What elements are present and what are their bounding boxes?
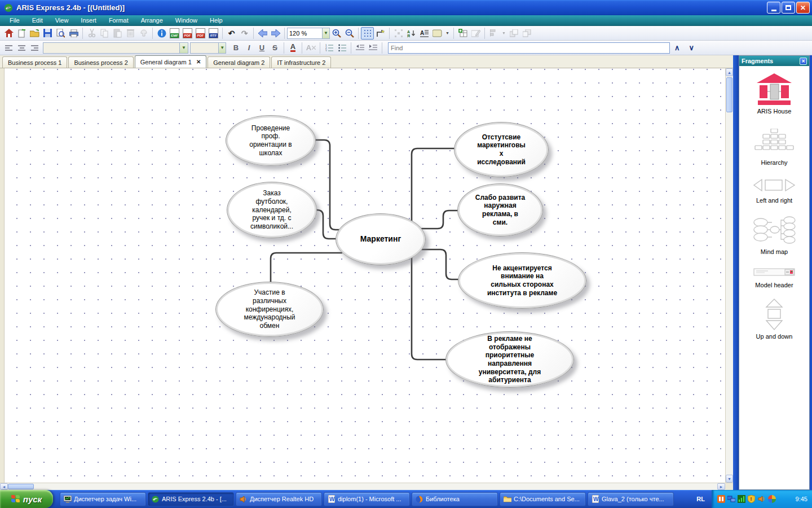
task-explorer-documents[interactable]: C:\Documents and Se... [500,492,586,506]
text-attributes-icon[interactable]: A [418,27,431,40]
save-icon[interactable] [41,27,54,40]
print-icon[interactable] [67,27,80,40]
zoom-dropdown-icon[interactable]: ▼ [322,28,329,38]
zoom-in-icon[interactable] [330,27,343,40]
forward-icon[interactable] [269,27,282,40]
zoom-out-icon[interactable] [343,27,356,40]
menu-format[interactable]: Format [103,15,135,26]
underline-button[interactable]: U [255,42,268,54]
print-pdf-icon[interactable]: PDF [194,27,207,40]
task-aris-express[interactable]: ARIS Express 2.4b - [... [148,492,234,506]
scroll-up-icon[interactable]: ▲ [726,68,733,76]
home-icon[interactable] [2,27,15,40]
decrease-indent-icon[interactable] [354,42,367,54]
scroll-right-icon[interactable]: ► [717,483,725,490]
align-center-icon[interactable] [15,42,28,54]
fragments-header[interactable]: Fragments ✕ [739,56,809,66]
numbered-list-icon[interactable]: 123 [323,42,336,54]
diagram-canvas[interactable]: Проведение проф. ориентации в школах Зак… [5,68,725,483]
find-previous-icon[interactable]: ∧ [670,43,685,52]
align-right-icon[interactable] [28,42,41,54]
scroll-left-icon[interactable]: ◄ [0,483,8,490]
task-word-glava2[interactable]: W Glava_2 (только чте... [588,492,674,506]
tab-business-process-2[interactable]: Business process 2 [68,56,133,68]
fragment-aris-house[interactable]: ARIS House [739,73,809,115]
new-document-icon[interactable] [15,27,28,40]
scroll-down-icon[interactable]: ▼ [726,475,733,483]
node-ads-missing-priorities[interactable]: В рекламе не отображены приоритетные нап… [445,331,574,388]
find-input[interactable] [388,42,670,54]
fragment-hierarchy[interactable]: Hierarchy [739,124,809,166]
export-emf-icon[interactable]: EMF [168,27,181,40]
vertical-scrollbar[interactable]: ▲ ▼ [725,68,733,483]
export-rtf-icon[interactable]: RTF [207,27,220,40]
increase-indent-icon[interactable] [367,42,379,54]
export-pdf-icon[interactable]: PDF [181,27,194,40]
tray-volume-mixer-icon[interactable] [738,495,745,503]
maximize-button[interactable] [782,2,795,14]
bold-button[interactable]: B [230,42,242,54]
tray-media-icon[interactable] [717,495,725,503]
menu-insert[interactable]: Insert [74,15,103,26]
panel-splitter[interactable] [733,55,739,490]
align-objects-icon[interactable] [487,27,500,40]
redo-icon[interactable]: ↷ [238,27,251,40]
tab-general-diagram-1[interactable]: General diagram 1✕ [135,55,207,68]
node-prof-orientation[interactable]: Проведение проф. ориентации в школах [226,115,316,166]
tray-speaker-icon[interactable] [758,495,766,503]
align-left-icon[interactable] [2,42,15,54]
print-preview-icon[interactable] [54,27,67,40]
open-icon[interactable] [28,27,41,40]
minimize-button[interactable] [767,2,780,14]
horizontal-scrollbar[interactable]: ◄ ► [0,483,733,490]
node-conferences[interactable]: Участие в различных конфиренциях, междун… [215,282,324,337]
font-family-input[interactable] [43,45,179,51]
node-marketing-center[interactable]: Маркетинг [336,213,426,265]
menu-edit[interactable]: Edit [26,15,49,26]
grid-toggle-icon[interactable] [361,27,374,40]
send-to-back-icon[interactable] [520,27,533,40]
fragment-mind-map[interactable]: Mind map [739,213,809,255]
find-next-icon[interactable]: ∨ [685,43,699,52]
tab-business-process-1[interactable]: Business process 1 [2,56,67,68]
fill-color-dropdown-icon[interactable]: ▼ [444,27,451,40]
bullet-list-icon[interactable] [336,42,348,54]
tray-update-icon[interactable] [768,495,776,503]
tab-it-infrastructure-2[interactable]: IT infrastructure 2 [271,56,331,68]
align-dropdown-icon[interactable]: ▼ [500,27,508,40]
font-color-button[interactable]: A [286,42,299,54]
font-family-dropdown-icon[interactable]: ▼ [179,43,188,53]
undo-icon[interactable]: ↶ [225,27,238,40]
format-painter-icon[interactable] [137,27,150,40]
fragment-up-and-down[interactable]: Up and down [739,298,809,340]
connection-mode-icon[interactable] [374,27,387,40]
copy-icon[interactable] [98,27,111,40]
node-no-accent-strengths[interactable]: Не акцентируется внимание на сильных сто… [458,252,586,309]
bring-to-front-icon[interactable] [508,27,520,40]
strikethrough-button[interactable]: S [268,42,281,54]
menu-view[interactable]: View [49,15,75,26]
tray-security-shield-icon[interactable]: ! [748,495,756,503]
font-size-dropdown-icon[interactable]: ▼ [218,43,226,53]
edit-attribute-icon[interactable] [469,27,482,40]
paste-icon[interactable] [111,27,124,40]
node-merch-order[interactable]: Заказ футболок, календарей, ручек и тд. … [227,182,317,238]
vertical-scroll-thumb[interactable] [726,77,732,112]
zoom-level-combo[interactable]: ▼ [287,28,330,39]
add-attribute-icon[interactable] [456,27,469,40]
fragments-close-icon[interactable]: ✕ [800,58,807,65]
start-button[interactable]: пуск [0,490,53,508]
task-realtek[interactable]: Диспетчер Realtek HD [236,492,322,506]
tray-network-icon[interactable] [727,495,735,503]
task-task-manager[interactable]: Диспетчер задач Wi... [60,492,146,506]
tab-general-diagram-2[interactable]: General diagram 2 [208,56,270,68]
match-size-icon[interactable] [392,27,405,40]
fragment-model-header[interactable]: Model header [739,265,809,288]
tab-close-icon[interactable]: ✕ [196,59,201,65]
menu-window[interactable]: Window [169,15,204,26]
delete-icon[interactable] [124,27,137,40]
menu-file[interactable]: File [3,15,26,26]
back-icon[interactable] [256,27,269,40]
cut-icon[interactable] [85,27,98,40]
zoom-level-input[interactable] [288,30,322,37]
